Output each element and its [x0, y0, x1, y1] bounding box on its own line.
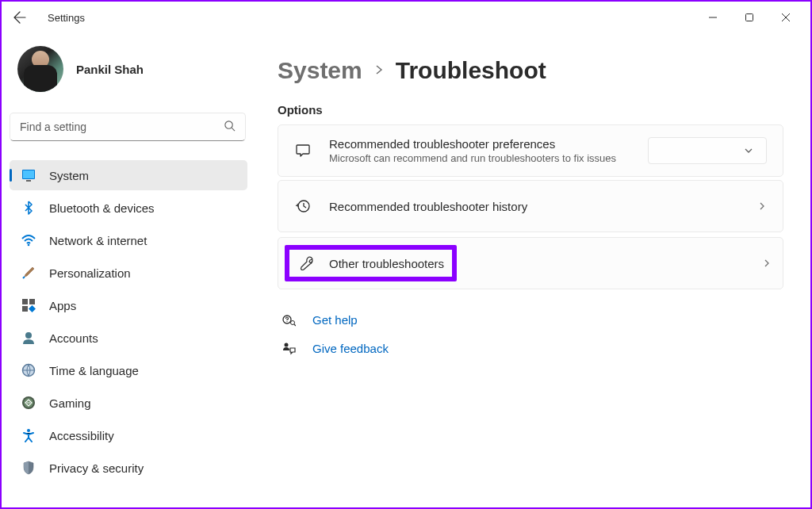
svg-point-19: [291, 321, 295, 325]
svg-line-20: [294, 324, 296, 326]
sidebar-item-personalization[interactable]: Personalization: [10, 258, 247, 288]
display-icon: [21, 167, 36, 183]
sidebar-item-label: Accessibility: [49, 429, 114, 442]
sidebar-item-label: Apps: [49, 299, 76, 312]
minimize-button[interactable]: [695, 5, 731, 30]
sidebar-item-time-language[interactable]: Time & language: [10, 355, 247, 385]
maximize-button[interactable]: [731, 5, 768, 30]
get-help-link[interactable]: Get help: [278, 312, 783, 327]
sidebar-item-apps[interactable]: Apps: [10, 290, 247, 320]
arrow-left-icon: [13, 11, 26, 24]
chevron-right-icon: [373, 63, 385, 79]
svg-rect-5: [23, 170, 34, 178]
sidebar-item-bluetooth[interactable]: Bluetooth & devices: [10, 193, 247, 223]
help-icon: [281, 312, 297, 327]
main-content: System Troubleshoot Options Recommended …: [255, 33, 810, 507]
window-title: Settings: [48, 12, 85, 24]
sidebar-item-label: Privacy & security: [49, 461, 144, 475]
chevron-right-icon: [757, 201, 767, 211]
sidebar-item-label: System: [49, 169, 89, 182]
close-icon: [782, 13, 790, 21]
sidebar-item-accounts[interactable]: Accounts: [10, 323, 247, 353]
title-bar: Settings: [2, 2, 810, 33]
nav-list: System Bluetooth & devices Network & int…: [10, 160, 247, 483]
person-icon: [21, 330, 36, 346]
svg-point-7: [28, 244, 30, 247]
search-icon: [224, 120, 236, 135]
breadcrumb-current: Troubleshoot: [396, 57, 546, 84]
profile-section[interactable]: Pankil Shah: [10, 40, 247, 106]
svg-line-3: [232, 128, 235, 131]
back-button[interactable]: [8, 6, 32, 29]
sidebar-item-privacy-security[interactable]: Privacy & security: [10, 453, 247, 483]
sidebar-item-label: Accounts: [49, 331, 98, 345]
window-controls: [695, 5, 804, 30]
svg-rect-10: [22, 306, 28, 312]
sidebar-item-label: Gaming: [49, 396, 91, 410]
svg-rect-8: [22, 299, 28, 304]
svg-rect-9: [29, 299, 35, 304]
card-other-troubleshooters[interactable]: Other troubleshooters: [278, 237, 783, 289]
shield-icon: [21, 460, 36, 476]
card-title: Recommended troubleshooter preferences: [329, 137, 630, 151]
chevron-right-icon: [762, 258, 772, 268]
sidebar-item-label: Personalization: [49, 266, 131, 280]
options-header: Options: [278, 103, 783, 117]
chat-icon: [294, 142, 312, 159]
sidebar-item-accessibility[interactable]: Accessibility: [10, 420, 247, 450]
wrench-icon: [297, 254, 315, 272]
sidebar-item-label: Time & language: [49, 364, 139, 377]
card-desc: Microsoft can recommend and run troubles…: [329, 152, 630, 164]
card-recommended-preferences[interactable]: Recommended troubleshooter preferences M…: [278, 124, 783, 177]
close-button[interactable]: [768, 5, 804, 30]
highlight-annotation: Other troubleshooters: [285, 245, 457, 281]
minimize-icon: [709, 13, 717, 21]
help-links: Get help Give feedback: [278, 312, 783, 356]
svg-rect-1: [746, 14, 753, 21]
card-title: Recommended troubleshooter history: [329, 200, 740, 213]
globe-clock-icon: [21, 362, 36, 378]
chevron-down-icon: [744, 146, 753, 155]
history-icon: [294, 197, 312, 215]
give-feedback-link[interactable]: Give feedback: [278, 340, 783, 356]
sidebar-item-label: Network & internet: [49, 234, 147, 247]
card-recommended-history[interactable]: Recommended troubleshooter history: [278, 180, 783, 232]
accessibility-icon: [21, 427, 36, 443]
get-help-label: Get help: [312, 313, 358, 327]
sidebar-item-system[interactable]: System: [10, 160, 247, 190]
sidebar-item-network[interactable]: Network & internet: [10, 225, 247, 255]
profile-name: Pankil Shah: [76, 63, 144, 76]
give-feedback-label: Give feedback: [312, 342, 389, 355]
search-box[interactable]: [10, 113, 246, 141]
svg-point-11: [25, 332, 32, 339]
svg-point-2: [225, 121, 232, 128]
bluetooth-icon: [21, 200, 36, 216]
sidebar-item-gaming[interactable]: Gaming: [10, 388, 247, 418]
breadcrumb: System Troubleshoot: [278, 57, 783, 84]
preferences-dropdown[interactable]: [648, 137, 767, 164]
apps-icon: [21, 297, 36, 313]
svg-point-15: [27, 429, 30, 432]
paintbrush-icon: [21, 265, 36, 281]
feedback-icon: [281, 340, 297, 356]
svg-point-18: [286, 321, 287, 322]
search-input[interactable]: [20, 121, 224, 133]
svg-rect-6: [26, 180, 31, 182]
gaming-icon: [21, 395, 36, 411]
svg-point-21: [285, 343, 289, 347]
avatar: [17, 46, 63, 92]
card-title: Other troubleshooters: [329, 257, 444, 270]
breadcrumb-parent[interactable]: System: [278, 57, 362, 84]
sidebar-item-label: Bluetooth & devices: [49, 201, 155, 215]
sidebar: Pankil Shah System Bluetooth &: [2, 33, 255, 507]
wifi-icon: [21, 232, 36, 248]
maximize-icon: [745, 13, 753, 21]
